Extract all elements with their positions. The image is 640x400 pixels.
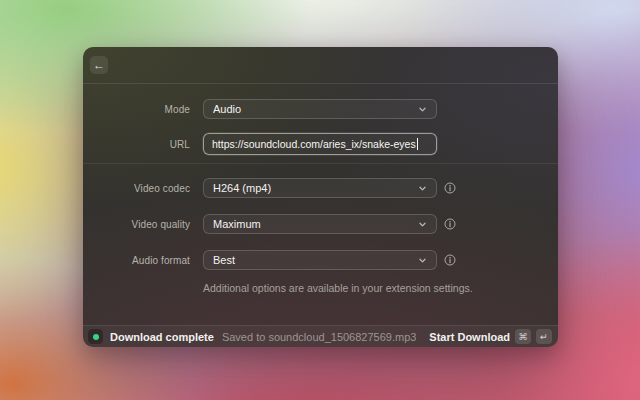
status-dot [93,334,99,340]
audio-format-value: Best [213,254,412,266]
video-quality-label: Video quality [83,219,190,230]
back-button[interactable]: ← [90,56,108,74]
video-quality-select[interactable]: Maximum [203,214,437,234]
chevron-down-icon [418,184,427,193]
header-divider [83,83,558,84]
url-label: URL [83,139,190,150]
video-codec-label: Video codec [83,183,190,194]
url-value: https://soundcloud.com/aries_ix/snake-ey… [212,138,416,150]
audio-format-select[interactable]: Best [203,250,437,270]
mode-value: Audio [213,103,412,115]
video-quality-value: Maximum [213,218,412,230]
return-key-icon: ↵ [536,329,552,344]
url-input[interactable]: https://soundcloud.com/aries_ix/snake-ey… [203,133,437,155]
text-caret [417,138,418,150]
status-text: Download complete [110,331,214,343]
back-arrow-icon: ← [93,59,105,71]
saved-file-text: Saved to soundcloud_1506827569.mp3 [222,331,417,343]
mode-select[interactable]: Audio [203,99,437,119]
info-icon[interactable] [444,182,456,194]
chevron-down-icon [418,256,427,265]
status-bar: Download complete Saved to soundcloud_15… [83,325,558,347]
downloader-dialog: ← Mode Audio URL https://soundcloud.com/… [83,47,558,347]
info-icon[interactable] [444,254,456,266]
audio-format-label: Audio format [83,255,190,266]
start-download-button[interactable]: Start Download [429,331,510,343]
section-divider [83,163,558,164]
extension-settings-note: Additional options are available in your… [203,282,437,294]
video-codec-select[interactable]: H264 (mp4) [203,178,437,198]
chevron-down-icon [418,105,427,114]
video-codec-value: H264 (mp4) [213,182,412,194]
status-dot-badge [88,329,103,344]
info-icon[interactable] [444,218,456,230]
mode-label: Mode [83,104,190,115]
command-key-icon: ⌘ [515,329,531,344]
chevron-down-icon [418,220,427,229]
